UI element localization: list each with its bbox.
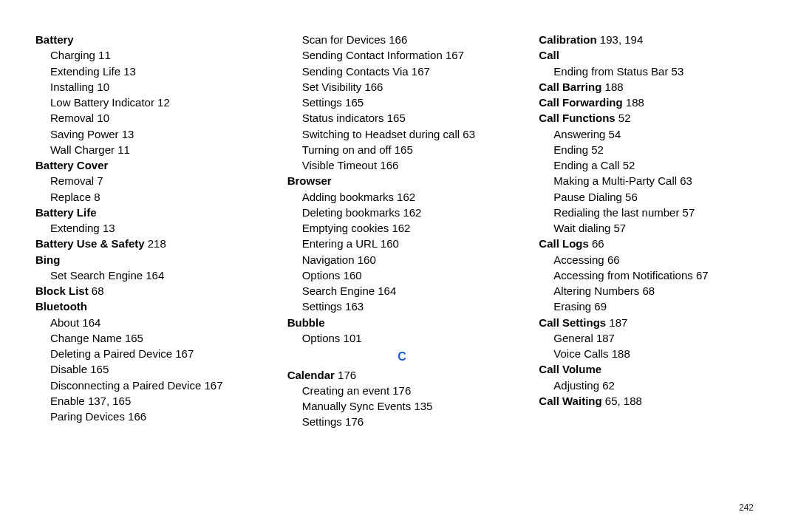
index-entry-pages: 67 — [693, 269, 709, 282]
index-subentry: Wall Charger 11 — [50, 143, 265, 157]
index-subentry: Emptying cookies 162 — [302, 221, 517, 236]
index-subentry: Adjusting 62 — [553, 378, 768, 393]
index-entry-pages: 11 — [95, 49, 111, 61]
index-entry-pages: 11 — [115, 143, 130, 156]
index-entry-label: Altering Numbers — [553, 284, 639, 297]
index-entry-pages: 164 — [143, 269, 164, 282]
index-subentry: Sending Contact Information 167 — [302, 48, 517, 63]
index-subentry: Installing 10 — [50, 80, 265, 95]
index-entry-label: Removal — [50, 112, 94, 124]
index-subentry: Extending 13 — [50, 221, 265, 236]
index-heading: Block List 68 — [35, 284, 265, 299]
index-entry-label: Call Waiting — [539, 395, 601, 407]
index-entry-pages: 63 — [460, 128, 475, 140]
index-entry-label: Redialing the last number — [553, 206, 679, 219]
index-entry-label: Enable — [50, 395, 85, 407]
index-entry-pages: 63 — [677, 174, 692, 187]
index-entry-pages: 166 — [386, 33, 407, 46]
index-entry-label: Set Visibility — [302, 81, 362, 93]
index-entry-pages: 187 — [606, 316, 627, 329]
index-subentry: Turning on and off 165 — [302, 143, 517, 157]
index-heading: Browser — [287, 174, 517, 188]
index-entry-label: Sending Contact Information — [302, 49, 443, 61]
index-entry-label: Browser — [287, 174, 332, 187]
index-entry-pages: 166 — [361, 81, 383, 93]
index-entry-pages: 165 — [122, 332, 143, 344]
index-subentry: Redialing the last number 57 — [553, 205, 768, 220]
index-entry-pages: 52 — [615, 112, 631, 124]
index-entry-label: Scan for Devices — [302, 33, 386, 46]
index-entry-pages: 166 — [125, 410, 146, 423]
index-entry-label: Change Name — [50, 332, 122, 344]
index-entry-label: Replace — [50, 191, 91, 203]
index-entry-pages: 165 — [384, 112, 406, 124]
index-entry-label: Extending Life — [50, 65, 120, 78]
index-subentry: About 164 — [50, 316, 265, 330]
index-entry-label: Low Battery Indicator — [50, 96, 154, 109]
index-entry-label: Entering a URL — [302, 237, 378, 250]
index-subentry: Creating an event 176 — [302, 383, 517, 398]
index-entry-label: Call Functions — [539, 112, 615, 124]
index-subentry: Ending 52 — [553, 143, 768, 157]
index-subentry: Visible Timeout 166 — [302, 158, 517, 173]
index-subentry: Making a Multi-Party Call 63 — [553, 174, 768, 188]
index-entry-pages: 160 — [355, 253, 376, 266]
index-entry-label: Block List — [35, 284, 89, 297]
index-column-3: Calibration 193, 194CallEnding from Stat… — [539, 33, 768, 431]
index-entry-pages: 167 — [409, 65, 430, 78]
index-subentry: Saving Power 13 — [50, 127, 265, 142]
index-entry-label: Settings — [302, 300, 342, 313]
index-entry-label: Bubble — [287, 316, 325, 329]
index-entry-pages: 167 — [201, 379, 222, 392]
index-entry-label: Visible Timeout — [302, 159, 377, 171]
index-entry-label: Call Forwarding — [539, 96, 622, 109]
index-subentry: Disable 165 — [50, 362, 265, 377]
index-entry-pages: 66 — [604, 253, 620, 266]
index-entry-pages: 165 — [392, 143, 413, 156]
index-entry-label: Adjusting — [553, 379, 599, 392]
index-entry-label: Calendar — [287, 369, 335, 381]
index-subentry: Status indicators 165 — [302, 111, 517, 126]
index-entry-label: Erasing — [553, 300, 591, 313]
index-entry-pages: 57 — [679, 206, 695, 219]
index-entry-label: Ending from Status Bar — [553, 65, 668, 78]
index-entry-pages: 188 — [601, 81, 623, 93]
index-entry-pages: 176 — [335, 369, 356, 381]
page-number: 242 — [739, 502, 754, 514]
index-entry-label: Switching to Headset during call — [302, 128, 460, 140]
index-heading: Call Functions 52 — [539, 111, 768, 126]
index-heading: Calibration 193, 194 — [539, 33, 768, 47]
index-entry-pages: 65, 188 — [602, 395, 642, 407]
index-entry-label: Call Settings — [539, 316, 606, 329]
index-entry-pages: 52 — [588, 143, 604, 156]
index-entry-label: Battery Life — [35, 206, 97, 219]
index-entry-label: Pause Dialing — [553, 191, 622, 203]
index-entry-label: Answering — [553, 128, 605, 140]
index-entry-pages: 187 — [593, 332, 615, 344]
index-entry-pages: 166 — [377, 159, 398, 171]
index-heading: Battery — [35, 33, 265, 47]
index-subentry: Change Name 165 — [50, 331, 265, 346]
index-subentry: Replace 8 — [50, 190, 265, 205]
index-entry-pages: 57 — [610, 222, 626, 234]
index-heading: Battery Life — [35, 205, 265, 220]
index-entry-label: Creating an event — [302, 384, 389, 397]
index-entry-label: Making a Multi-Party Call — [553, 174, 677, 187]
index-entry-pages: 162 — [389, 222, 410, 234]
index-entry-pages: 164 — [79, 316, 100, 329]
index-entry-pages: 188 — [609, 347, 630, 360]
index-entry-label: Battery Cover — [35, 159, 108, 171]
index-subentry: Enable 137, 165 — [50, 394, 265, 409]
index-heading: Bluetooth — [35, 299, 265, 314]
index-entry-pages: 193, 194 — [597, 33, 644, 46]
index-entry-label: Battery Use & Safety — [35, 237, 145, 250]
index-entry-label: Settings — [302, 96, 342, 109]
index-entry-pages: 188 — [623, 96, 644, 109]
index-entry-label: Saving Power — [50, 128, 119, 140]
index-entry-label: Accessing — [553, 253, 604, 266]
index-entry-pages: 10 — [94, 112, 109, 124]
index-entry-pages: 69 — [591, 300, 607, 313]
index-subentry: Low Battery Indicator 12 — [50, 95, 265, 110]
index-entry-label: Ending a Call — [553, 159, 619, 171]
index-entry-label: Call Barring — [539, 81, 601, 93]
